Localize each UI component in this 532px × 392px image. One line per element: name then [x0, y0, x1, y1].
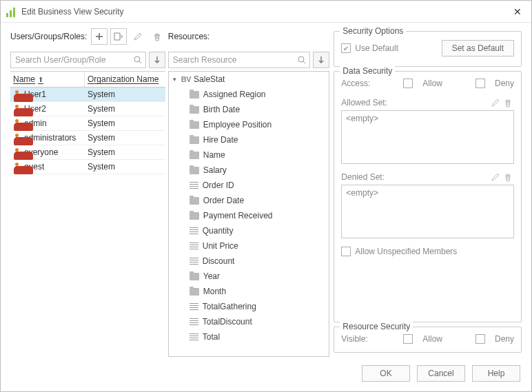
tree-item[interactable]: Quantity — [169, 223, 329, 238]
folder-icon — [190, 167, 199, 174]
visible-allow-checkbox[interactable] — [403, 334, 413, 344]
svg-rect-0 — [114, 33, 120, 40]
sort-asc-icon: ⬆ — [38, 76, 43, 83]
table-row[interactable]: everyoneSystem — [10, 145, 165, 160]
resource-sort-button[interactable] — [313, 52, 329, 68]
close-icon[interactable]: ✕ — [509, 6, 526, 17]
folder-icon — [190, 197, 199, 205]
user-search-input[interactable] — [14, 54, 133, 65]
tree-item[interactable]: Unit Price — [169, 238, 329, 254]
denied-edit-icon[interactable] — [489, 171, 502, 183]
import-button[interactable] — [110, 28, 127, 45]
tree-item[interactable]: Salary — [169, 163, 329, 178]
table-row[interactable]: User2System — [10, 102, 165, 116]
folder-icon — [190, 136, 199, 144]
user-search[interactable] — [10, 52, 146, 68]
tree-item[interactable]: Month — [169, 284, 329, 299]
tree-item[interactable]: Order ID — [169, 178, 329, 193]
data-security-legend: Data Security — [340, 66, 395, 76]
folder-icon — [190, 121, 199, 129]
cancel-button[interactable]: Cancel — [417, 365, 465, 382]
tree-root-label: SaleStat — [194, 74, 225, 84]
svg-point-2 — [298, 56, 304, 62]
tree-item[interactable]: Order Date — [169, 193, 329, 208]
table-row[interactable]: User1System — [10, 87, 165, 102]
resource-search[interactable] — [168, 52, 311, 68]
access-deny-checkbox[interactable] — [475, 79, 485, 88]
allow-unspecified-label: Allow Unspecified Members — [355, 247, 457, 256]
user-org: System — [88, 133, 115, 143]
tree-item-label: Total — [203, 332, 220, 342]
measure-icon — [190, 333, 198, 340]
chevron-down-icon[interactable]: ▾ — [173, 76, 180, 83]
visible-deny-checkbox[interactable] — [475, 334, 485, 344]
edit-icon[interactable] — [130, 28, 146, 45]
users-label: Users/Groups/Roles: — [10, 32, 87, 41]
access-deny-label: Deny — [495, 79, 514, 88]
denied-delete-icon[interactable] — [502, 171, 514, 183]
tree-item[interactable]: Birth Date — [169, 102, 329, 117]
column-org[interactable]: Organization Name — [85, 72, 165, 87]
table-row[interactable]: guestSystem — [10, 160, 165, 174]
allowed-edit-icon[interactable] — [489, 96, 502, 109]
tree-item-label: Month — [203, 287, 226, 296]
tree-item[interactable]: Payment Received — [169, 208, 329, 223]
tree-item[interactable]: Name — [169, 147, 329, 163]
folder-icon — [190, 288, 199, 296]
resource-tree[interactable]: ▾ BV SaleStat Assigned RegionBirth DateE… — [168, 71, 330, 357]
security-options-legend: Security Options — [340, 26, 406, 36]
tree-item-label: Salary — [203, 165, 227, 175]
search-icon[interactable] — [133, 55, 143, 65]
tree-item[interactable]: Discount — [169, 254, 329, 269]
set-as-default-button[interactable]: Set as Default — [442, 40, 514, 56]
tree-root[interactable]: ▾ BV SaleStat — [169, 72, 329, 87]
sort-button[interactable] — [149, 52, 165, 68]
tree-item-label: Birth Date — [203, 105, 240, 114]
tree-item-label: Quantity — [203, 226, 234, 236]
resource-search-input[interactable] — [172, 54, 298, 65]
tree-item[interactable]: Assigned Region — [169, 87, 329, 102]
tree-item[interactable]: Total — [169, 329, 329, 344]
denied-set-box[interactable]: <empty> — [341, 185, 514, 238]
allow-unspecified-checkbox[interactable] — [341, 247, 351, 256]
help-button[interactable]: Help — [472, 365, 520, 382]
tree-item[interactable]: TotalDiscount — [169, 314, 329, 329]
add-button[interactable] — [91, 28, 108, 45]
access-allow-checkbox[interactable] — [403, 79, 413, 88]
tree-item-label: Assigned Region — [203, 90, 266, 99]
folder-icon — [190, 152, 199, 159]
tree-item-label: Hire Date — [203, 135, 238, 145]
user-icon — [13, 163, 21, 171]
measure-icon — [190, 318, 198, 325]
table-header: Name ⬆ Organization Name — [10, 72, 165, 87]
allowed-delete-icon[interactable] — [502, 96, 514, 109]
tree-item-label: TotalGathering — [203, 302, 256, 311]
tree-item[interactable]: Hire Date — [169, 132, 329, 147]
user-icon — [13, 105, 21, 113]
tree-item[interactable]: TotalGathering — [169, 299, 329, 314]
use-default-checkbox[interactable] — [341, 43, 351, 53]
column-name[interactable]: Name ⬆ — [10, 72, 85, 87]
measure-icon — [190, 258, 198, 265]
visible-deny-label: Deny — [495, 334, 514, 344]
tree-item-label: Unit Price — [203, 241, 238, 251]
table-row[interactable]: adminSystem — [10, 116, 165, 131]
folder-icon — [190, 273, 199, 280]
folder-icon — [190, 106, 199, 114]
tree-item[interactable]: Year — [169, 269, 329, 284]
delete-icon[interactable] — [149, 28, 165, 45]
visible-allow-label: Allow — [422, 334, 442, 344]
search-icon[interactable] — [297, 55, 307, 65]
ok-button[interactable]: OK — [362, 365, 410, 382]
allowed-set-value: <empty> — [346, 114, 378, 123]
table-row[interactable]: administratorsSystem — [10, 131, 165, 145]
measure-icon — [190, 243, 198, 249]
user-icon — [13, 134, 21, 142]
measure-icon — [190, 182, 198, 189]
allowed-set-box[interactable]: <empty> — [341, 110, 514, 164]
tree-item[interactable]: Employee Position — [169, 117, 329, 132]
data-security-group: Data Security Access: Allow Deny Allowed… — [334, 71, 522, 322]
user-icon — [13, 119, 21, 127]
tree-item-label: Employee Position — [203, 120, 272, 130]
column-org-label: Organization Name — [88, 74, 158, 84]
